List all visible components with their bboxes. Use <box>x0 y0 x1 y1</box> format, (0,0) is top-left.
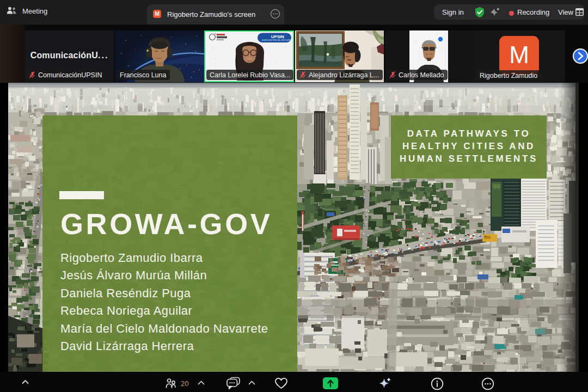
svg-text:AGENCIA ESPACIAL MEXICANA: AGENCIA ESPACIAL MEXICANA <box>262 39 292 41</box>
svg-text:UPSIN: UPSIN <box>271 34 284 39</box>
